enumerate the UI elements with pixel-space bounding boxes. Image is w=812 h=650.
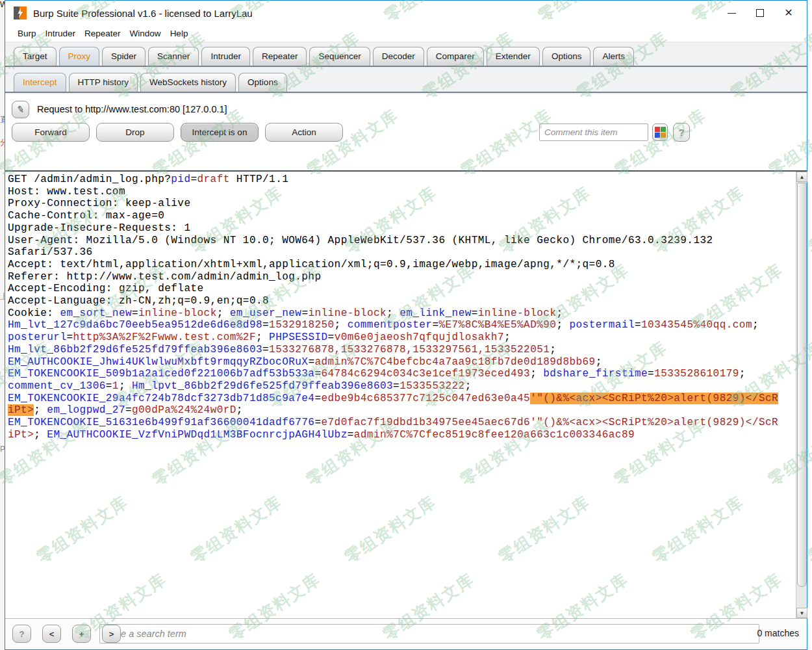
cookie-name: em_user_new <box>230 307 302 319</box>
comment-input[interactable] <box>539 124 648 141</box>
swatch-blue <box>655 133 660 138</box>
cookie-value: admin%7C%7Cfec8519c8fee120a663c1c003346a… <box>354 429 635 441</box>
cookie-name: posterurl <box>8 332 66 343</box>
plain-text: Accept-Encoding: gzip, deflate <box>8 283 204 294</box>
request-info-row: ✎ Request to http://www.test.com:80 [127… <box>12 99 800 119</box>
cookie-value: e7d0fac7f19dbd1b34975ee45aec67d6'"()&%<a… <box>322 417 779 428</box>
tab-proxy[interactable]: Proxy <box>59 47 100 66</box>
cookie-name: EM_TOKENCOOKIE_509b1a2a1ced0f221006b7adf… <box>8 368 314 380</box>
plain-text: = <box>66 332 73 343</box>
request-info-label: Request to http://www.test.com:80 [127.0… <box>37 104 227 114</box>
menu-window[interactable]: Window <box>125 27 166 40</box>
menu-intruder[interactable]: Intruder <box>41 27 81 40</box>
tab-options[interactable]: Options <box>542 47 591 66</box>
cookie-value: iPt> <box>8 429 34 441</box>
tab-intruder[interactable]: Intruder <box>201 47 250 66</box>
cookie-value: 1 <box>112 380 119 392</box>
menu-repeater[interactable]: Repeater <box>80 27 125 40</box>
plain-text: Safari/537.36 <box>8 246 93 258</box>
plain-text: = <box>314 417 321 428</box>
plain-text: ; <box>335 319 348 331</box>
plain-text: HTTP/1.1 <box>230 174 288 185</box>
background-text-fragment: 直 <box>0 114 5 125</box>
search-next-button[interactable]: > <box>102 625 121 643</box>
tab-alerts[interactable]: Alerts <box>593 47 634 66</box>
scroll-up-button[interactable]: ▲ <box>796 172 807 182</box>
background-text-fragment: W <box>0 0 5 9</box>
title-bar: Burp Suite Professional v1.6 - licensed … <box>5 1 807 25</box>
tab-repeater[interactable]: Repeater <box>253 47 307 66</box>
cookie-name: pid <box>171 174 190 185</box>
plain-text: = <box>106 380 112 392</box>
plain-text: = <box>308 356 314 368</box>
cookie-name: Hm_lvt_86bb2f29d6fe525fd79ffeab396e8603 <box>8 344 262 356</box>
request-line: Accept: text/html,application/xhtml+xml,… <box>8 259 796 271</box>
request-line: Hm_lvt_86bb2f29d6fe525fd79ffeab396e8603=… <box>8 344 796 356</box>
plain-text: GET /admin/admin_log.php? <box>8 174 171 185</box>
plain-text: = <box>432 319 438 331</box>
window-controls: ✕ <box>717 1 803 25</box>
highlight-color-button[interactable] <box>652 124 668 141</box>
plain-text: = <box>314 368 321 380</box>
cookie-value: http%3A%2F%2Fwww.test.com%2F <box>73 332 256 343</box>
tab-sequencer[interactable]: Sequencer <box>309 47 370 66</box>
menu-help[interactable]: Help <box>166 27 193 40</box>
drop-button[interactable]: Drop <box>96 123 174 142</box>
cookie-name: EM_TOKENCOOKIE_29a4fc724b78dcf3273db71d8… <box>8 393 314 404</box>
plain-text: ; <box>739 368 746 380</box>
search-add-button[interactable]: + <box>72 625 91 643</box>
plain-text: = <box>348 429 354 441</box>
scroll-down-button[interactable]: ▼ <box>796 608 807 618</box>
plain-text: ; <box>34 404 47 416</box>
cookie-name: em_sort_new <box>60 307 132 319</box>
background-text-fragment: 上 <box>0 291 5 302</box>
tab-options[interactable]: Options <box>238 73 287 92</box>
cookie-name: em_logpwd_27 <box>47 404 125 416</box>
search-input[interactable] <box>99 624 759 644</box>
tab-decoder[interactable]: Decoder <box>373 47 424 66</box>
maximize-button[interactable] <box>746 2 774 24</box>
help-button[interactable]: ? <box>673 123 690 142</box>
search-prev-button[interactable]: < <box>42 625 61 643</box>
request-editor-panel: GET /admin/admin_log.php?pid=draft HTTP/… <box>5 170 807 618</box>
maximize-icon <box>756 9 764 17</box>
search-help-button[interactable]: ? <box>12 625 31 643</box>
tab-http-history[interactable]: HTTP history <box>69 73 138 92</box>
pin-request-button[interactable]: ✎ <box>12 101 29 118</box>
background-window-strip: W直分上Pe <box>0 0 5 650</box>
plain-text: ; <box>256 332 269 343</box>
tab-spider[interactable]: Spider <box>102 47 146 66</box>
cookie-name: bdshare_firstime <box>543 368 648 380</box>
request-line: Host: www.test.com <box>8 186 796 198</box>
color-swatches-icon <box>655 127 666 138</box>
tab-websockets-history[interactable]: WebSockets history <box>140 73 236 92</box>
tab-comparer[interactable]: Comparer <box>427 47 484 66</box>
main-tab-strip: TargetProxySpiderScannerIntruderRepeater… <box>5 44 807 67</box>
cookie-value: 1532918250 <box>269 319 335 331</box>
plain-text: ; <box>119 380 132 392</box>
intercept-buttons-row: Forward Drop Intercept is on Action ? <box>12 123 800 142</box>
minimize-button[interactable] <box>717 2 746 24</box>
raw-request-text[interactable]: GET /admin/admin_log.php?pid=draft HTTP/… <box>5 172 796 618</box>
cookie-value: 64784c6294c034c3e1cef1973eced493 <box>322 368 531 380</box>
tab-intercept[interactable]: Intercept <box>14 73 66 92</box>
proxy-tab-strip: InterceptHTTP historyWebSockets historyO… <box>5 68 807 93</box>
highlighted-payload: iPt> <box>8 404 34 416</box>
close-icon: ✕ <box>784 8 793 18</box>
tab-scanner[interactable]: Scanner <box>148 47 199 66</box>
plain-text: ; <box>465 380 472 392</box>
close-button[interactable]: ✕ <box>774 2 803 24</box>
forward-button[interactable]: Forward <box>12 123 90 142</box>
intercept-toggle-button[interactable]: Intercept is on <box>181 123 259 142</box>
tab-extender[interactable]: Extender <box>487 47 540 66</box>
cookie-name: Hm_lvt_127c9da6bc70eeb5ea9512de6d6e8d98 <box>8 319 262 331</box>
menu-burp[interactable]: Burp <box>13 27 41 40</box>
swatch-orange <box>661 133 666 138</box>
plain-text: Upgrade-Insecure-Requests: 1 <box>8 222 190 234</box>
request-line: EM_AUTHCOOKIE_Jhwi4UKlwlwuMxbft9rmqqyRZb… <box>8 356 796 369</box>
vertical-scrollbar[interactable]: ▲ ▼ <box>796 172 807 618</box>
scrollbar-thumb[interactable] <box>797 183 807 587</box>
action-button[interactable]: Action <box>265 123 343 142</box>
plain-text: ; <box>217 307 230 319</box>
tab-target[interactable]: Target <box>14 47 57 66</box>
